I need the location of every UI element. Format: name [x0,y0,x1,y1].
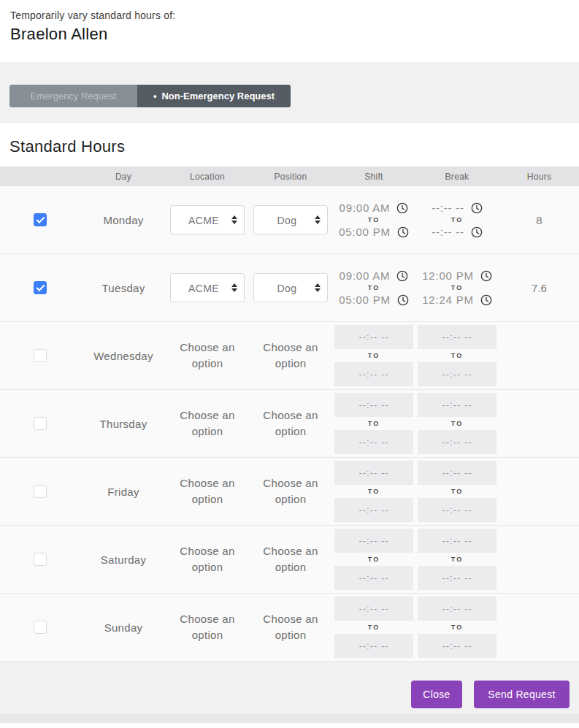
break-to-label: TO [451,624,463,631]
shift-end-value: 05:00 PM [339,294,391,306]
tab-emergency-request[interactable]: Emergency Request [9,85,137,107]
section-title-standard-hours: Standard Hours [0,123,579,166]
shift-start-input-disabled: --:-- -- [334,393,413,417]
day-label: Monday [80,214,166,226]
shift-end-value: 05:00 PM [339,226,391,238]
break-end-value: --:-- -- [432,226,464,238]
day-checkbox[interactable] [34,349,47,362]
tab-non-emergency-request[interactable]: • Non-Emergency Request [137,85,291,107]
shift-end-input[interactable]: 05:00 PM [339,226,409,238]
break-to-label: TO [451,216,463,223]
header-break: Break [415,172,499,182]
clock-icon[interactable] [480,294,492,306]
table-row-monday: Monday ACME Landscaping Dog Groomer [0,186,579,254]
break-end-input[interactable]: 12:24 PM [422,294,492,306]
position-choose-option: Choose an option [256,611,325,643]
clock-icon[interactable] [480,270,492,282]
break-to-label: TO [451,556,463,563]
break-to-label: TO [451,352,463,359]
tab-emergency-label: Emergency Request [31,91,117,101]
location-select[interactable]: ACME Landscaping [170,205,245,234]
position-value-clipped: Groomer [258,297,315,302]
location-select[interactable]: ACME Landscaping [170,273,245,302]
hours-value: 7.6 [499,282,579,294]
close-button[interactable]: Close [411,681,462,708]
break-start-input[interactable]: --:-- -- [432,202,483,214]
clock-icon[interactable] [471,202,483,214]
day-label: Tuesday [80,282,166,294]
select-updown-icon [231,283,237,292]
select-updown-icon [315,283,321,292]
table-header-row: Day Location Position Shift Break Hours [0,166,579,186]
break-start-input-disabled: --:-- -- [418,597,496,621]
clock-icon[interactable] [471,226,483,238]
shift-start-input-disabled: --:-- -- [334,325,413,349]
day-checkbox[interactable] [34,281,47,294]
day-checkbox[interactable] [34,213,47,226]
active-tab-bullet: • [153,91,157,101]
position-choose-option: Choose an option [256,543,325,575]
shift-end-input-disabled: --:-- -- [334,430,413,454]
shift-end-input[interactable]: 05:00 PM [339,294,409,306]
modal-footer: Close Send Request [0,662,579,723]
day-checkbox[interactable] [34,417,47,430]
shift-end-input-disabled: --:-- -- [334,498,413,522]
shift-to-label: TO [368,352,380,359]
shift-to-label: TO [368,284,380,291]
break-end-input-disabled: --:-- -- [418,362,496,386]
day-label: Friday [80,486,166,498]
break-end-input[interactable]: --:-- -- [432,226,483,238]
header-position: Position [248,172,333,182]
shift-end-input-disabled: --:-- -- [334,362,413,386]
shift-start-value: 09:00 AM [340,269,391,282]
clock-icon[interactable] [397,226,409,238]
hours-value: 8 [499,214,579,226]
break-start-value: 12:00 PM [422,269,474,282]
day-label: Saturday [80,553,166,566]
shift-to-label: TO [368,556,380,563]
location-choose-option: Choose an option [173,611,242,643]
shift-to-label: TO [368,216,380,223]
day-checkbox[interactable] [34,553,47,566]
shift-end-input-disabled: --:-- -- [334,566,413,590]
break-end-value: 12:24 PM [422,294,474,306]
break-end-input-disabled: --:-- -- [418,634,496,658]
break-end-input-disabled: --:-- -- [418,566,496,590]
day-checkbox[interactable] [34,621,47,634]
modal-subtitle: Temporarily vary standard hours of: [10,9,569,21]
day-checkbox[interactable] [34,485,47,498]
request-type-tabbar: Emergency Request • Non-Emergency Reques… [9,85,291,107]
break-start-input-disabled: --:-- -- [418,325,496,349]
position-select[interactable]: Dog Groomer [253,205,328,234]
table-row-sunday: Sunday Choose an option Choose an option… [0,594,579,662]
break-start-value: --:-- -- [432,202,464,214]
position-choose-option: Choose an option [256,475,325,507]
select-updown-icon [231,215,237,224]
employee-name: Braelon Allen [10,25,569,44]
break-end-input-disabled: --:-- -- [418,498,496,522]
clock-icon[interactable] [397,294,409,306]
table-row-saturday: Saturday Choose an option Choose an opti… [0,526,579,594]
break-end-input-disabled: --:-- -- [418,430,496,454]
location-value-clipped: Landscaping [175,297,232,302]
send-request-button[interactable]: Send Request [474,681,570,708]
clock-icon[interactable] [396,270,408,282]
break-start-input-disabled: --:-- -- [418,461,496,485]
position-value: Dog [258,212,315,229]
modal-header: Temporarily vary standard hours of: Brae… [0,0,579,62]
table-row-tuesday: Tuesday ACME Landscaping Dog Groomer [0,254,579,322]
position-select[interactable]: Dog Groomer [253,273,328,302]
position-value: Dog [258,280,315,297]
shift-start-input[interactable]: 09:00 AM [340,269,409,282]
location-choose-option: Choose an option [173,543,242,575]
location-value: ACME [175,280,232,297]
shift-to-label: TO [368,488,380,495]
clock-icon[interactable] [396,202,408,214]
header-hours: Hours [499,172,579,182]
break-start-input[interactable]: 12:00 PM [422,269,492,282]
shift-start-input[interactable]: 09:00 AM [340,202,409,214]
select-updown-icon [315,215,321,224]
header-day: Day [80,172,166,182]
table-row-wednesday: Wednesday Choose an option Choose an opt… [0,322,579,390]
location-value-clipped: Landscaping [175,229,232,234]
